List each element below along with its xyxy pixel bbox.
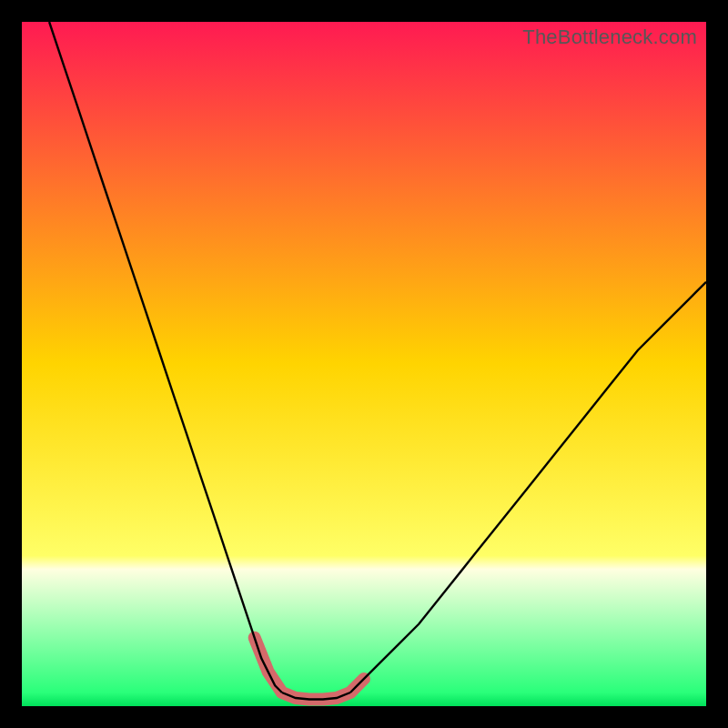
chart-frame: TheBottleneck.com — [22, 22, 706, 706]
chart-svg — [22, 22, 706, 706]
heatmap-background — [22, 22, 706, 706]
watermark-text: TheBottleneck.com — [522, 25, 697, 49]
